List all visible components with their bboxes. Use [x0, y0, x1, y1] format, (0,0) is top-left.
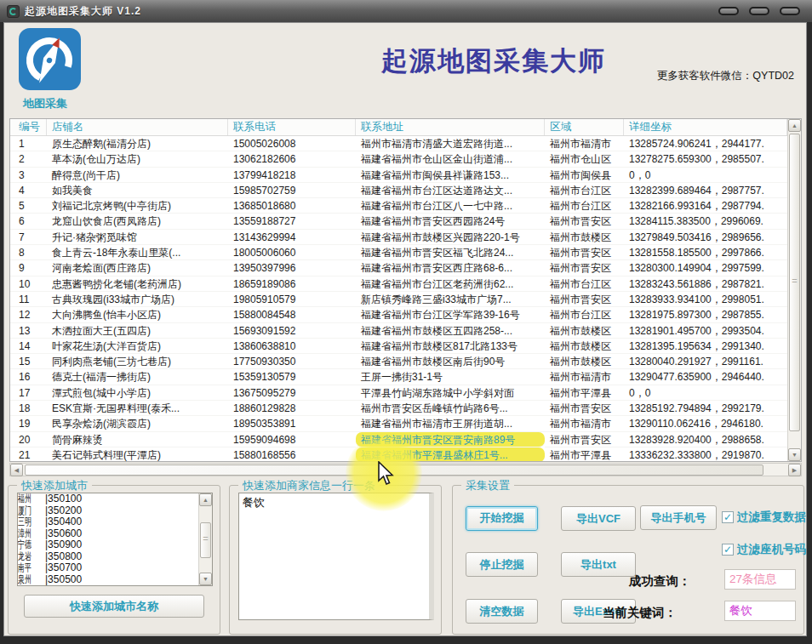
table-row[interactable]: 7升记·猪杂粥觅味馆13143629994福建省福州市鼓楼区兴园路220-1号福…: [10, 230, 787, 245]
address: 福建省福州市鼓楼区五四路258-...: [356, 323, 545, 339]
checkmark-icon[interactable]: ✓: [722, 544, 734, 556]
phone: 13143629994: [228, 230, 356, 245]
district: 福州市晋安区: [545, 401, 624, 416]
shop-name: ESK宜斯·无国界料理(泰禾...: [47, 401, 228, 416]
row-id: 19: [10, 416, 47, 431]
table-row[interactable]: 10忠惠酱鸭捞化老铺(老药洲店)18659189086福建省福州市台江区老药洲街…: [10, 276, 787, 292]
table-row[interactable]: 16德克士(福清一拂街店)15359130579王屏一拂街31-1号福州市福清市…: [10, 369, 787, 385]
row-id: 18: [10, 401, 47, 416]
merchant-keywords-input[interactable]: 餐饮: [238, 493, 434, 620]
shop-name: 德克士(福清一拂街店): [47, 369, 228, 385]
table-row[interactable]: 5刘福记北京烤鸭(中亭街店)13685018680福建省福州市台江区八一七中路.…: [10, 198, 787, 214]
scroll-right-icon[interactable]: ▶: [788, 464, 801, 476]
table-row[interactable]: 12大向沸腾鱼(怡丰小区店)15880084548福建省福州市台江区学军路39-…: [10, 307, 787, 322]
scroll-left-icon[interactable]: ◀: [10, 464, 23, 476]
city-list-item[interactable]: 厦门|350200: [18, 505, 212, 517]
district: 福州市鼓楼区: [545, 339, 624, 354]
city-list-item[interactable]: 漳州|350600: [18, 528, 212, 540]
close-button[interactable]: [780, 7, 800, 15]
quick-add-city-button[interactable]: 快速添加城市名称: [24, 595, 204, 618]
start-mining-button[interactable]: 开始挖掘: [466, 506, 538, 531]
city-list-item[interactable]: 泉州|350500: [18, 574, 212, 586]
table-row[interactable]: 18ESK宜斯·无国界料理(泰禾...18860129828福州市晋安区岳峰镇竹…: [10, 401, 787, 416]
address: 王屏一拂街31-1号: [356, 369, 545, 385]
address: 福建省福州市鼓楼区817北路133号: [356, 339, 545, 354]
export-txt-button[interactable]: 导出txt: [561, 552, 636, 577]
shop-name: 美石记韩式料理(平潭店): [47, 447, 228, 461]
minimize-button[interactable]: [718, 7, 739, 15]
city-list[interactable]: 福州|350100厦门|350200三明|350400漳州|350600宁德|3…: [17, 493, 213, 586]
maximize-button[interactable]: [749, 7, 769, 15]
table-row[interactable]: 15同利肉燕老铺(三坊七巷店)17750930350福建省福州市鼓楼区南后街90…: [10, 354, 787, 369]
tab-map-collect[interactable]: 地图采集: [23, 96, 67, 111]
table-row[interactable]: 13木洒拉面大王(五四店)15693091592福建省福州市鼓楼区五四路258-…: [10, 323, 787, 339]
panel-merchant-info: 快速添加商家信息一行一条 餐饮: [229, 485, 442, 635]
coords: 13280300.149904，2997599.: [624, 260, 787, 276]
column-header-coords[interactable]: 详细坐标: [624, 119, 787, 135]
table-row[interactable]: 2草本汤(仓山万达店)13062182606福建省福州市仓山区金山街道浦...福…: [10, 151, 787, 167]
table-row[interactable]: 17潭式煎包(城中小学店)13675095279平潭县竹屿湖东路城中小学斜对面福…: [10, 385, 787, 401]
coords: 13290477.635900，2946440.: [624, 369, 787, 385]
row-id: 6: [10, 214, 47, 229]
city-list-item[interactable]: 三明|350400: [18, 516, 212, 528]
phone: 18005006060: [228, 245, 356, 260]
filter-landline-checkbox[interactable]: ✓ 过滤座机号码: [722, 542, 806, 557]
coords: 0，0: [624, 168, 787, 183]
column-header-shop-name[interactable]: 店铺名: [47, 119, 228, 135]
table-row[interactable]: 20简骨麻辣烫15959094698福建省福州市晋安区晋安南路89号福州市晋安区…: [10, 432, 787, 447]
titlebar: 起源地图采集大师 V1.2: [0, 0, 812, 22]
row-id: 12: [10, 307, 47, 322]
table-row[interactable]: 1原生态醉鹅(福清分店)15005026008福州市福清市清盛大道宏路街道...…: [10, 136, 787, 151]
table-row[interactable]: 11古典玫瑰园(i33城市广场店)19805910579新店镇秀峰路三盛i33城…: [10, 292, 787, 307]
row-id: 17: [10, 385, 47, 401]
row-id: 2: [10, 151, 47, 167]
phone: 13685018680: [228, 198, 356, 214]
column-header-row-id[interactable]: 编号: [10, 119, 47, 135]
table-row[interactable]: 14叶家花生汤(大洋百货店)13860638810福建省福州市鼓楼区817北路1…: [10, 339, 787, 354]
city-list-item[interactable]: 福州|350100: [18, 493, 212, 505]
export-phone-button[interactable]: 导出手机号: [640, 505, 717, 530]
vertical-scroll-thumb[interactable]: [789, 134, 800, 431]
export-vcf-button[interactable]: 导出VCF: [561, 506, 636, 531]
current-keyword-value[interactable]: 餐饮: [724, 601, 796, 621]
district: 福州市平潭县: [545, 447, 624, 461]
table-row[interactable]: 19民享杂烩汤(湖滨霞店)18950353891福建省福州市福清市王屏街道胡..…: [10, 416, 787, 431]
address: 福建省福州市福清市王屏街道胡...: [356, 416, 545, 431]
stop-mining-button[interactable]: 停止挖掘: [466, 552, 538, 577]
table-row[interactable]: 21美石记韩式料理(平潭店)15880168556福建省福州市平潭县盛林庄1号.…: [10, 447, 787, 461]
table-row[interactable]: 4如我美食15985702759福建省福州市台江区达道路达文...福州市台江区1…: [10, 183, 787, 198]
scroll-down-icon[interactable]: ▼: [788, 448, 801, 461]
address: 福建省福州市台江区八一七中路...: [356, 198, 545, 214]
table-row[interactable]: 6龙窟山饮食店(西凤路店)13559188727福建省福州市晋安区西园路24号福…: [10, 214, 787, 229]
city-list-item[interactable]: 龙岩|350800: [18, 551, 212, 563]
district: 福州市鼓楼区: [545, 230, 624, 245]
table-row[interactable]: 8食上青云-18年永泰山里菜(...18005006060福建省福州市晋安区福飞…: [10, 245, 787, 260]
address: 福建省福州市鼓楼区兴园路220-1号: [356, 230, 545, 245]
app-window: 起源地图采集大师 V1.2 起源地图采集大师 更多获客软件微信：QYTD02 地…: [0, 0, 812, 644]
coords: 13281901.495700，2993504.: [624, 323, 787, 339]
horizontal-scroll-thumb[interactable]: [25, 464, 763, 476]
phone: 15359130579: [228, 369, 356, 385]
city-list-scroll-thumb[interactable]: [200, 522, 211, 558]
shop-name: 民享杂烩汤(湖滨霞店): [47, 416, 228, 431]
filter-duplicates-checkbox[interactable]: ✓ 过滤重复数据: [722, 510, 806, 525]
column-header-phone[interactable]: 联系电话: [228, 119, 356, 135]
table-row[interactable]: 9河南老烩面(西庄路店)13950397996福建省福州市晋安区西庄路68-6.…: [10, 260, 787, 276]
clear-data-button[interactable]: 清空数据: [466, 599, 538, 624]
column-header-address[interactable]: 联系地址: [356, 119, 545, 135]
scroll-down-icon[interactable]: ▼: [199, 573, 212, 585]
address: 福建省福州市仓山区金山街道浦...: [356, 151, 545, 167]
checkmark-icon[interactable]: ✓: [722, 511, 734, 523]
vertical-scrollbar[interactable]: ▲ ▼: [787, 119, 801, 461]
success-query-value[interactable]: 27条信息: [724, 569, 796, 590]
city-list-scrollbar[interactable]: ▲ ▼: [198, 493, 212, 585]
city-list-item[interactable]: 宁德|350900: [18, 539, 212, 551]
horizontal-scrollbar[interactable]: ◀ ▶: [9, 463, 802, 476]
table-row[interactable]: 3醉得意(尚干店)13799418218福建省福州市闽侯县祥谦路153...福州…: [10, 168, 787, 183]
city-list-item[interactable]: 南平|350700: [18, 562, 212, 574]
column-header-district[interactable]: 区域: [545, 119, 624, 135]
wechat-note: 更多获客软件微信：QYTD02: [657, 69, 794, 83]
scroll-up-icon[interactable]: ▲: [788, 119, 801, 132]
scroll-up-icon[interactable]: ▲: [199, 493, 212, 506]
coords: 13278275.659300，2985507.: [624, 151, 787, 167]
